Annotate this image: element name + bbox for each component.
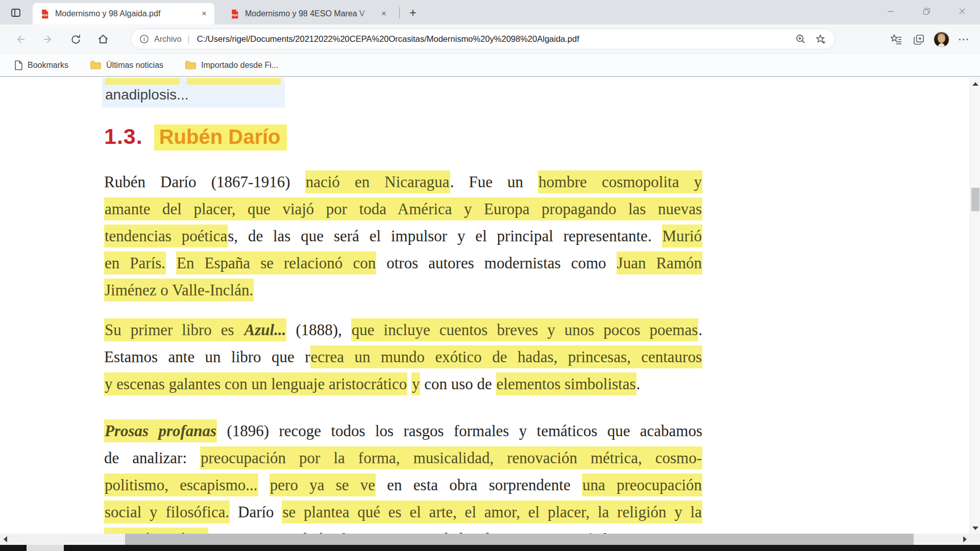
highlighted-text: que incluye cuentos breves y unos pocos …: [351, 318, 698, 341]
highlighted-text: Su primer libro es: [104, 318, 244, 341]
highlighted-text: Azul...: [244, 318, 287, 341]
plain-text: en esta obra sorprendente: [376, 476, 582, 494]
plain-text: .: [636, 375, 641, 393]
text-line: de analizar: preocupación por la forma, …: [104, 444, 702, 471]
highlighted-text: social y filosófica.: [104, 500, 230, 523]
paragraph: Rubén Darío (1867-1916) nació en Nicarag…: [104, 168, 702, 304]
bookmark-folder-ultimas-noticias[interactable]: Últimas noticias: [85, 57, 168, 73]
arrow-right-icon: [963, 536, 967, 542]
favorites-bar-button[interactable]: [885, 29, 908, 49]
scrollbar-corner: [970, 534, 980, 545]
highlighted-text: politismo, escapismo...: [104, 473, 258, 496]
arrow-down-icon: [972, 527, 978, 530]
heading-number: 1.3.: [104, 124, 143, 149]
window-bottom-edge: [0, 545, 980, 551]
svg-text:PDF: PDF: [42, 13, 48, 17]
plain-text: . Fue un: [450, 173, 538, 191]
text-line: y escenas galantes con un lenguaje arist…: [104, 370, 702, 397]
plain-text: [166, 254, 176, 272]
info-icon[interactable]: [139, 34, 149, 44]
plain-text: s, de las que será el impulsor y el prin…: [228, 227, 662, 245]
forward-button[interactable]: [38, 29, 58, 49]
pdf-text: Rubén Darío (1867-1916) nació en Nicarag…: [104, 168, 702, 551]
text-line: tendencias poéticas, de las que será el …: [104, 222, 702, 249]
highlighted-text: Jiménez o Valle-Inclán.: [104, 279, 254, 302]
navigation-toolbar: Archivo | C:/Users/rigel/Documents/20212…: [0, 24, 980, 54]
add-favorite-button[interactable]: [815, 34, 826, 45]
new-tab-button[interactable]: +: [405, 5, 421, 20]
collections-button[interactable]: [908, 29, 930, 49]
plain-text: [407, 375, 411, 393]
refresh-icon: [70, 34, 82, 45]
vertical-scroll-thumb[interactable]: [971, 188, 979, 211]
highlighted-text: En España se relacionó con: [176, 252, 376, 274]
text-line: amante del placer, que viajó por toda Am…: [104, 195, 702, 222]
profile-button[interactable]: [930, 29, 952, 49]
highlighted-text: tendencias poética: [104, 224, 228, 247]
browser-window: PDF Modernismo y 98 Algaida.pdf × PDF Mo…: [0, 0, 980, 551]
highlighted-text: pero ya se ve: [270, 473, 376, 496]
scroll-right-button[interactable]: [960, 534, 970, 545]
zoom-in-icon: [795, 34, 806, 44]
star-add-icon: [815, 34, 826, 45]
text-line: Estamos ante un libro que recrea un mund…: [104, 343, 702, 370]
highlight-remnant: [187, 78, 281, 85]
highlighted-text: en París.: [104, 252, 166, 274]
vertical-scrollbar[interactable]: [970, 78, 980, 534]
address-bar[interactable]: Archivo | C:/Users/rigel/Documents/20212…: [131, 29, 835, 49]
plain-text: con uso de: [420, 375, 496, 393]
plain-text: Rubén Darío (1867-1916): [104, 173, 305, 191]
scroll-up-button[interactable]: [970, 78, 980, 89]
close-tab-icon[interactable]: ×: [198, 8, 210, 20]
plain-text: Estamos ante un libro que r: [104, 348, 310, 366]
horizontal-scrollbar[interactable]: [0, 534, 970, 545]
section-heading: 1.3. Rubén Darío: [104, 124, 287, 151]
highlighted-text: hombre cosmopolita y: [538, 170, 702, 193]
highlight-remnant: [105, 78, 180, 85]
minimize-button[interactable]: [873, 0, 909, 22]
back-button[interactable]: [10, 29, 31, 49]
bookmark-item-bookmarks[interactable]: Bookmarks: [9, 57, 74, 74]
text-line: Rubén Darío (1867-1916) nació en Nicarag…: [104, 168, 702, 195]
collections-icon: [913, 34, 925, 45]
highlighted-text: Murió: [662, 224, 703, 247]
tab-actions-icon: [10, 7, 21, 18]
bottom-edge-segment: [27, 545, 64, 551]
highlighted-text: Juan Ramón: [617, 252, 702, 274]
tab-actions-menu-button[interactable]: [7, 5, 24, 21]
horizontal-scroll-thumb[interactable]: [125, 534, 914, 545]
url-text: C:/Users/rigel/Documents/20212022%20CEPA…: [197, 34, 786, 44]
tab-modernismo-marea[interactable]: PDF Modernismo y 98 4ESO Marea V ×: [223, 3, 394, 24]
highlighted-text: y escenas galantes con un lenguaje arist…: [104, 372, 407, 395]
text-line: Su primer libro es Azul... (1888), que i…: [104, 316, 702, 343]
scroll-left-button[interactable]: [0, 534, 10, 545]
refresh-button[interactable]: [65, 29, 86, 49]
bookmark-label: Últimas noticias: [106, 61, 163, 70]
heading-title: Rubén Darío: [154, 124, 287, 151]
zoom-in-button[interactable]: [795, 34, 806, 44]
close-window-button[interactable]: [944, 0, 980, 22]
plain-text: [258, 476, 270, 494]
highlighted-text: Prosas profanas: [104, 419, 217, 442]
tab-strip: PDF Modernismo y 98 Algaida.pdf × PDF Mo…: [0, 0, 980, 24]
svg-text:PDF: PDF: [232, 13, 238, 17]
tab-modernismo-algaida[interactable]: PDF Modernismo y 98 Algaida.pdf ×: [33, 3, 214, 24]
text-line: en París. En España se relacionó con otr…: [104, 249, 702, 277]
close-tab-icon[interactable]: ×: [378, 8, 390, 20]
more-icon: ⋯: [958, 33, 970, 46]
highlighted-text: ecrea un mundo exótico de hadas, princes…: [310, 345, 702, 368]
toolbar-right-cluster: ⋯: [885, 29, 975, 49]
bookmark-folder-importado[interactable]: Importado desde Fi...: [180, 57, 283, 73]
tab-title: Modernismo y 98 Algaida.pdf: [55, 9, 195, 18]
bookmarks-bar: Bookmarks Últimas noticias Importado des…: [0, 54, 980, 77]
scroll-down-button[interactable]: [970, 522, 980, 534]
folder-icon: [185, 60, 197, 70]
tab-title: Modernismo y 98 4ESO Marea V: [245, 9, 375, 18]
restore-button[interactable]: [909, 0, 944, 22]
bookmark-label: Bookmarks: [28, 61, 68, 70]
settings-menu-button[interactable]: ⋯: [952, 29, 975, 49]
text-line: politismo, escapismo... pero ya se ve en…: [104, 471, 702, 498]
paragraph: Prosas profanas (1896) recoge todos los …: [104, 417, 702, 551]
home-button[interactable]: [93, 29, 113, 49]
plain-text: (1888),: [286, 321, 351, 339]
